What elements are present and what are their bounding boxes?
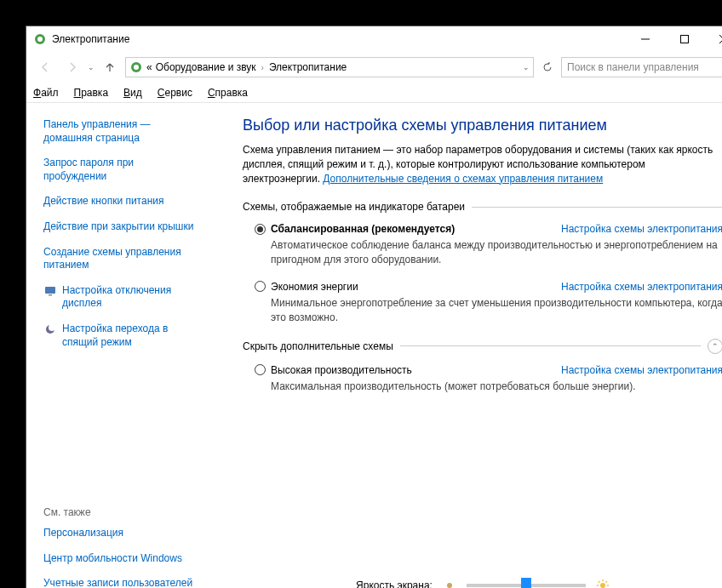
radio-balanced[interactable] (255, 224, 266, 235)
close-button[interactable] (704, 26, 722, 52)
page-description: Схема управления питанием — это набор па… (243, 143, 722, 186)
chevron-right-icon: › (261, 63, 264, 72)
minimize-button[interactable] (626, 26, 665, 52)
power-options-icon (33, 32, 47, 46)
navbar: ⌄ « Оборудование и звук › Электропитание… (26, 52, 722, 83)
plan-balanced-name[interactable]: Сбалансированная (рекомендуется) (271, 223, 561, 235)
sidebar: Панель управления — домашняя страница За… (26, 103, 205, 588)
svg-point-15 (600, 583, 605, 588)
menu-help[interactable]: Справка (208, 87, 248, 99)
svg-rect-10 (45, 287, 55, 294)
history-dropdown[interactable]: ⌄ (88, 63, 95, 71)
brightness-label: Яркость экрана: (356, 579, 433, 588)
breadcrumb-dropdown[interactable]: ⌄ (523, 63, 530, 71)
seealso-heading: См. также (43, 506, 195, 518)
sun-dim-icon (443, 579, 456, 588)
seealso-accounts[interactable]: Учетные записи пользователей (43, 577, 195, 588)
radio-high[interactable] (255, 364, 266, 375)
sidebar-home[interactable]: Панель управления — домашняя страница (43, 118, 195, 145)
menu-edit[interactable]: Правка (74, 87, 109, 99)
refresh-button[interactable] (537, 57, 558, 77)
sidebar-create[interactable]: Создание схемы управления питанием (43, 246, 195, 272)
window: Электропитание ⌄ « Оборудование и звук ›… (26, 26, 722, 588)
maximize-button[interactable] (665, 26, 704, 52)
svg-point-13 (49, 324, 55, 331)
plan-saver: Экономия энергии Настройка схемы электро… (255, 281, 722, 325)
plan-high: Высокая производительность Настройка схе… (255, 364, 722, 394)
svg-point-7 (134, 65, 139, 70)
plan-balanced-desc: Автоматическое соблюдение баланса между … (271, 238, 722, 267)
window-title: Электропитание (52, 33, 626, 45)
svg-rect-3 (681, 36, 689, 43)
sun-bright-icon (596, 579, 610, 588)
plan-saver-desc: Минимальное энергопотребление за счет ум… (271, 296, 722, 325)
learn-more-link[interactable]: Дополнительные сведения о схемах управле… (323, 173, 603, 185)
breadcrumb-prefix: « (146, 61, 152, 73)
search-placeholder: Поиск в панели управления (567, 61, 722, 73)
group-header-battery: Схемы, отображаемые на индикаторе батаре… (243, 201, 722, 213)
breadcrumb-item[interactable]: Электропитание (269, 61, 347, 73)
forward-button[interactable] (60, 57, 84, 77)
radio-saver[interactable] (255, 281, 266, 292)
plan-saver-name[interactable]: Экономия энергии (271, 281, 561, 293)
plan-high-name[interactable]: Высокая производительность (271, 364, 561, 376)
svg-point-14 (447, 583, 452, 588)
sidebar-powerbtn[interactable]: Действие кнопки питания (43, 195, 195, 208)
menu-tools[interactable]: Сервис (158, 87, 192, 99)
plan-balanced: Сбалансированная (рекомендуется) Настрой… (255, 223, 722, 267)
page-title: Выбор или настройка схемы управления пит… (243, 117, 722, 134)
power-options-icon (129, 60, 143, 74)
sidebar-sleep[interactable]: Настройка перехода в спящий режим (43, 323, 195, 349)
seealso-personalization[interactable]: Персонализация (43, 527, 195, 540)
monitor-icon (43, 284, 57, 298)
brightness-footer: Яркость экрана: (243, 570, 722, 588)
up-button[interactable] (98, 57, 122, 77)
plan-high-settings[interactable]: Настройка схемы электропитания (561, 364, 722, 376)
back-button[interactable] (33, 57, 57, 77)
content-area: ? Панель управления — домашняя страница … (26, 103, 722, 588)
slider-thumb[interactable] (521, 578, 531, 588)
svg-rect-11 (49, 294, 52, 296)
svg-line-23 (605, 581, 607, 583)
breadcrumb-item[interactable]: Оборудование и звук (156, 61, 256, 73)
svg-point-1 (37, 37, 43, 42)
seealso-mobility[interactable]: Центр мобильности Windows (43, 552, 195, 566)
sidebar-password[interactable]: Запрос пароля при пробуждении (43, 157, 195, 183)
group-header-hide: Скрыть дополнительные схемы ⌃ (243, 339, 722, 354)
menu-view[interactable]: Вид (123, 87, 142, 99)
moon-icon (43, 323, 57, 336)
titlebar: Электропитание (26, 26, 722, 52)
plan-high-desc: Максимальная производительность (может п… (271, 380, 722, 394)
search-input[interactable]: Поиск в панели управления (561, 57, 722, 77)
plan-saver-settings[interactable]: Настройка схемы электропитания (561, 281, 722, 293)
main-panel: Выбор или настройка схемы управления пит… (205, 103, 722, 588)
svg-line-20 (599, 581, 600, 583)
menubar: Файл Правка Вид Сервис Справка (26, 83, 722, 103)
collapse-button[interactable]: ⌃ (708, 339, 722, 354)
plan-balanced-settings[interactable]: Настройка схемы электропитания (561, 223, 722, 235)
sidebar-lid[interactable]: Действие при закрытии крышки (43, 220, 195, 234)
menu-file[interactable]: Файл (33, 87, 59, 99)
sidebar-display[interactable]: Настройка отключения дисплея (43, 284, 195, 311)
breadcrumb[interactable]: « Оборудование и звук › Электропитание ⌄ (125, 57, 534, 77)
brightness-slider[interactable] (467, 584, 586, 587)
